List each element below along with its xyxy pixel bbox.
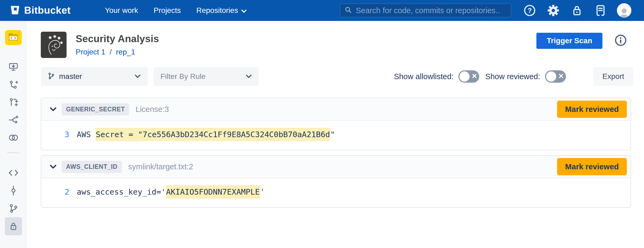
code-line: 2 aws_access_key_id='AKIAIO5FODNN7EXAMPL… (41, 187, 631, 196)
toggle-off-x-icon (558, 73, 564, 80)
finding-header: GENERIC_SECRET License:3 Mark reviewed (41, 98, 631, 121)
finding-body: 2 aws_access_key_id='AKIAIO5FODNN7EXAMPL… (41, 178, 631, 207)
findings-list: GENERIC_SECRET License:3 Mark reviewed 3… (41, 98, 631, 208)
toggle-off-x-icon (472, 73, 477, 80)
export-button[interactable]: Export (593, 67, 633, 86)
bitbucket-bucket-icon (10, 5, 20, 16)
sidebar-create-pull-request-button[interactable] (4, 93, 23, 111)
main-content: Security Analysis Project 1 / rep_1 Trig… (27, 21, 644, 248)
collapse-chevron-button[interactable] (47, 103, 59, 115)
show-reviewed-label: Show reviewed: (485, 72, 540, 81)
code-suffix: ' (260, 187, 265, 196)
nav-projects[interactable]: Projects (154, 6, 181, 15)
global-search[interactable] (340, 3, 511, 17)
repo-sidebar (0, 21, 27, 248)
collapse-chevron-button[interactable] (47, 161, 59, 173)
sidebar-commits-button[interactable] (4, 182, 23, 199)
toggle-knob (459, 71, 470, 82)
finding-card: GENERIC_SECRET License:3 Mark reviewed 3… (41, 98, 631, 150)
nav-icon-group: ? (518, 0, 636, 21)
sidebar-forks-button[interactable] (4, 111, 23, 129)
breadcrumb: Project 1 / rep_1 (76, 48, 159, 56)
user-avatar (617, 3, 631, 18)
face-line-art (49, 40, 60, 54)
search-input[interactable] (356, 6, 507, 15)
breadcrumb-repo-link[interactable]: rep_1 (116, 48, 135, 56)
mark-reviewed-button[interactable]: Mark reviewed (557, 158, 627, 175)
nav-your-work[interactable]: Your work (105, 6, 138, 15)
show-allowlisted-label: Show allowlisted: (394, 72, 453, 81)
line-number: 3 (41, 130, 69, 139)
secret-highlight: Secret = "7ce556A3bD234Cc1Ff9E8A5C324C0b… (96, 128, 330, 141)
show-reviewed-toggle[interactable] (545, 70, 566, 83)
toolbar-right-group: Show allowlisted: Show reviewed: (394, 67, 633, 86)
code-content: aws_access_key_id='AKIAIO5FODNN7EXAMPLE' (77, 187, 265, 196)
finding-location: symlink/target.txt:2 (128, 162, 193, 171)
secret-highlight: AKIAIO5FODNN7EXAMPLE (166, 185, 260, 199)
repository-avatar-image (41, 32, 67, 58)
code-line: 3 AWS Secret = "7ce556A3bD234Cc1Ff9E8A5C… (41, 130, 631, 139)
sidebar-security-button[interactable] (5, 217, 22, 235)
folder-code-icon (8, 32, 19, 43)
rule-badge: GENERIC_SECRET (62, 103, 129, 115)
code-content: AWS Secret = "7ce556A3bD234Cc1Ff9E8A5C32… (77, 130, 335, 139)
repo-avatar-tile[interactable] (5, 30, 22, 45)
page-body: Security Analysis Project 1 / rep_1 Trig… (0, 21, 644, 248)
feedback-button[interactable] (589, 0, 612, 21)
brand-name: Bitbucket (24, 5, 71, 16)
stars (49, 35, 63, 44)
finding-card: AWS_CLIENT_ID symlink/target.txt:2 Mark … (41, 155, 631, 208)
rule-filter-placeholder: Filter By Rule (160, 72, 206, 81)
code-prefix: aws_access_key_id=' (77, 187, 166, 196)
code-suffix: " (330, 130, 335, 139)
finding-location: License:3 (136, 105, 169, 114)
nav-repositories[interactable]: Repositories (196, 6, 247, 15)
toggle-knob (546, 71, 556, 82)
code-prefix: AWS (77, 130, 96, 139)
breadcrumb-project-link[interactable]: Project 1 (76, 48, 105, 56)
line-number: 2 (41, 187, 69, 196)
sidebar-source-button[interactable] (4, 164, 23, 182)
sidebar-branches-button[interactable] (4, 199, 23, 217)
help-button[interactable]: ? (518, 0, 541, 21)
chevron-down-icon (241, 6, 247, 15)
sidebar-clone-button[interactable] (4, 58, 23, 76)
primary-nav-links: Your work Projects Repositories (105, 6, 247, 15)
branch-selector[interactable]: master (41, 67, 148, 86)
security-lock-nav-button[interactable] (565, 0, 589, 21)
breadcrumb-separator: / (110, 48, 112, 56)
filters-toolbar: master Filter By Rule Show allowlisted: (41, 67, 633, 86)
finding-header: AWS_CLIENT_ID symlink/target.txt:2 Mark … (41, 156, 631, 178)
branch-selector-value: master (59, 72, 82, 81)
rule-badge: AWS_CLIENT_ID (62, 161, 122, 173)
bitbucket-logo[interactable]: Bitbucket (10, 5, 71, 16)
profile-avatar-button[interactable] (612, 0, 636, 21)
sidebar-compare-button[interactable] (4, 129, 23, 147)
search-icon (345, 6, 352, 15)
mark-reviewed-button[interactable]: Mark reviewed (557, 101, 627, 118)
chevron-down-icon (135, 74, 141, 79)
chevron-down-icon (246, 74, 252, 79)
sidebar-create-branch-button[interactable] (4, 76, 23, 93)
branch-icon (48, 72, 55, 81)
rule-filter-selector[interactable]: Filter By Rule (153, 67, 259, 86)
show-allowlisted-toggle[interactable] (458, 70, 479, 83)
bitbucket-security-page: Bitbucket Your work Projects Repositorie… (0, 0, 644, 248)
sidebar-divider (7, 152, 20, 153)
trigger-scan-button[interactable]: Trigger Scan (536, 33, 602, 49)
top-navigation-bar: Bitbucket Your work Projects Repositorie… (0, 0, 644, 21)
info-icon[interactable] (614, 34, 627, 48)
finding-body: 3 AWS Secret = "7ce556A3bD234Cc1Ff9E8A5C… (41, 121, 631, 150)
header-text: Security Analysis Project 1 / rep_1 (76, 33, 159, 56)
page-title: Security Analysis (76, 33, 159, 45)
header-actions: Trigger Scan (536, 33, 627, 49)
svg-text:?: ? (528, 7, 532, 14)
settings-gear-button[interactable] (541, 0, 565, 21)
